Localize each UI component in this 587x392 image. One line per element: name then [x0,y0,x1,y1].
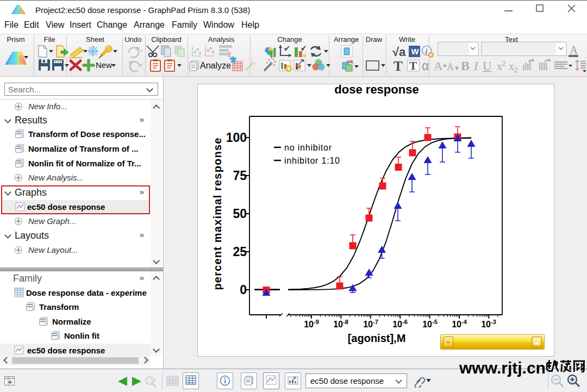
svg-text:Σ: Σ [228,51,232,59]
svg-text:New: New [96,60,112,70]
svg-text:▼: ▼ [454,65,460,71]
svg-text:A: A [570,43,578,57]
svg-text:2: 2 [514,66,518,74]
svg-text:α: α [422,59,429,73]
svg-text:inhibitor 1:10: inhibitor 1:10 [284,156,340,165]
svg-text:10-5: 10-5 [422,319,438,329]
svg-text:10-6: 10-6 [392,319,408,329]
svg-text:T: T [394,59,403,73]
svg-text:75: 75 [233,169,247,183]
svg-text:10-4: 10-4 [452,319,467,329]
svg-text:dose response: dose response [334,84,419,96]
svg-text:B: B [461,59,470,73]
svg-text:U: U [483,59,492,73]
svg-text:T: T [409,59,417,72]
svg-text:25: 25 [233,245,247,259]
svg-text:50: 50 [233,207,247,221]
svg-text:10-3: 10-3 [481,319,496,329]
svg-text:10-9: 10-9 [304,319,319,329]
svg-text:10-8: 10-8 [333,319,348,329]
svg-text:A: A [447,61,454,72]
svg-text:i: i [426,47,428,55]
svg-text:no inhibitor: no inhibitor [284,143,332,152]
svg-text:√a: √a [392,45,406,59]
svg-text:I: I [473,59,479,73]
svg-text:x: x [509,60,514,72]
svg-text:100: 100 [226,130,247,145]
svg-text:W: W [411,47,420,56]
svg-text:x: x [497,60,502,72]
svg-text:0: 0 [240,283,247,297]
svg-text:[agonist],M: [agonist],M [348,332,406,344]
svg-text:Analyze: Analyze [200,61,231,70]
svg-text:10-7: 10-7 [363,319,378,329]
svg-text:2: 2 [502,60,506,67]
svg-text:percent maximal response: percent maximal response [211,137,223,290]
